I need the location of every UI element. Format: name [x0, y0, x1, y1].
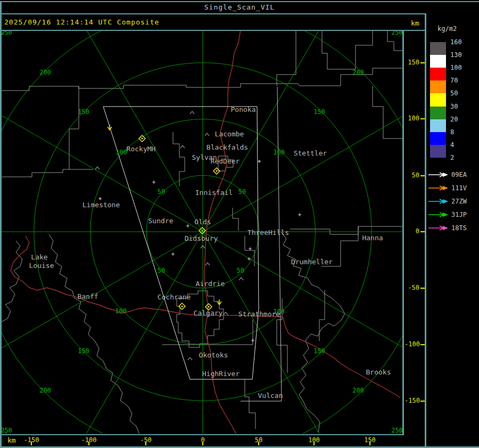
- ring-distance-label: 100: [115, 307, 127, 315]
- frame-line-titlebar-bottom: [0, 13, 426, 14]
- legend-value-label: 160: [450, 38, 462, 46]
- ring-distance-label: 200: [39, 69, 51, 76]
- right-axis-tick: [420, 401, 425, 402]
- right-axis-tick: [420, 62, 425, 63]
- boundary-line: [277, 30, 296, 86]
- city-label: Ponoka: [231, 105, 256, 113]
- radar-site-dot: [141, 137, 143, 139]
- city-label: Louise: [29, 262, 54, 270]
- summit-caret-icon: [180, 145, 185, 148]
- city-label: Didsbury: [185, 234, 218, 242]
- ring-distance-label: 50: [158, 267, 165, 274]
- legend-value-label: 2: [450, 154, 454, 161]
- ring-distance-label: 50: [237, 267, 244, 274]
- right-axis-tick-label: -50: [404, 284, 419, 291]
- bottom-axis-tick: [31, 442, 32, 445]
- frame-line-map-top: [0, 30, 425, 31]
- ring-distance-label: 150: [78, 347, 89, 355]
- radar-site-dot: [201, 230, 203, 231]
- summit-caret-icon: [205, 133, 209, 136]
- boundary-line: [319, 290, 325, 341]
- right-axis-tick-label: -150: [404, 397, 419, 404]
- legend-swatch: [430, 80, 446, 94]
- ring-distance-label: 100: [115, 149, 127, 156]
- right-axis-tick-label: 0: [404, 227, 419, 235]
- ring-distance-label: 50: [238, 188, 246, 196]
- frame-line-map-right: [402, 30, 404, 435]
- summit-caret-icon: [188, 357, 192, 360]
- frame-line-panel-divider: [425, 13, 426, 448]
- bottom-axis-tick: [313, 442, 315, 445]
- city-label: Banff: [77, 292, 98, 300]
- city-label: Lacombe: [215, 130, 244, 138]
- boundary-line: [2, 241, 22, 322]
- ring-distance-label: 150: [78, 108, 89, 116]
- ring-distance-label: 200: [352, 387, 364, 394]
- city-label: Lake: [31, 253, 47, 261]
- boundary-line: [2, 169, 93, 177]
- legend-value-label: 70: [450, 77, 458, 84]
- frame-line-left: [0, 1, 2, 448]
- legend-swatch: [430, 93, 446, 107]
- legend-swatch: [430, 42, 446, 55]
- range-ring: [0, 0, 479, 448]
- city-label: Innisfail: [195, 189, 233, 197]
- scan-timestamp: 2025/09/16 12:14:14 UTC Composite: [4, 18, 159, 26]
- summit-caret-icon: [95, 167, 100, 169]
- bottom-axis-tick: [145, 442, 146, 445]
- city-label: Drumheller: [291, 258, 333, 266]
- legend-value-label: 130: [450, 51, 462, 59]
- city-label: Cochrane: [158, 293, 191, 301]
- right-axis-tick-label: 100: [404, 115, 419, 122]
- legend-value-label: 4: [450, 141, 454, 149]
- summit-caret-icon: [224, 312, 228, 315]
- legend-value-label: 20: [450, 116, 458, 123]
- legend-swatch: [430, 68, 446, 81]
- radar-map-canvas[interactable]: 5050505010010010010015015015015020020020…: [0, 0, 479, 448]
- right-axis-tick-label: -100: [404, 340, 419, 348]
- legend-value-label: 30: [450, 103, 458, 110]
- boundary-line: [373, 86, 402, 139]
- city-label: Okotoks: [199, 351, 228, 359]
- legend-unit-label: kg/m2: [437, 25, 457, 32]
- station-arrow-icon: [428, 185, 448, 191]
- city-label: HighRiver: [202, 370, 240, 378]
- city-label: Blackfalds: [207, 143, 248, 151]
- town-plus-icon: [186, 224, 189, 227]
- window-title: Single_Scan_VIL: [0, 3, 479, 11]
- station-arrow-icon: [428, 225, 448, 231]
- city-label: Hanna: [362, 234, 383, 242]
- station-id-label: 18TS: [451, 224, 467, 232]
- legend-swatch: [430, 132, 446, 145]
- frame-line-top: [0, 1, 479, 2]
- radial-line: [0, 232, 203, 418]
- station-arrow-icon: [428, 211, 448, 218]
- legend-swatch: [430, 107, 446, 120]
- summit-caret-icon: [239, 278, 243, 280]
- city-label: Strathmore: [238, 310, 280, 318]
- bottom-axis-unit-label: km: [7, 436, 16, 444]
- ring-distance-label: 200: [39, 387, 51, 394]
- bottom-axis-tick: [369, 442, 370, 445]
- boundary-line: [233, 208, 238, 231]
- city-label: Brooks: [366, 368, 391, 376]
- station-id-label: 111V: [451, 184, 467, 192]
- ring-distance-label: 50: [158, 188, 165, 196]
- asterisk-icon: *: [257, 159, 261, 166]
- legend-swatch: [430, 55, 446, 68]
- ring-distance-label: 150: [313, 108, 325, 116]
- station-arrow-icon: [428, 198, 448, 205]
- radar-app-window: 5050505010010010010015015015015020020020…: [0, 0, 479, 448]
- town-plus-icon: [251, 339, 254, 342]
- right-axis-tick: [420, 288, 425, 289]
- right-axis-tick: [420, 118, 425, 119]
- legend-value-label: 50: [450, 89, 458, 97]
- city-label: ThreeHills: [247, 229, 289, 237]
- town-plus-icon: [298, 213, 301, 216]
- ring-distance-label: 150: [313, 347, 325, 355]
- summit-caret-icon: [190, 111, 194, 114]
- legend-swatch: [430, 119, 446, 133]
- station-id-label: 09EA: [451, 171, 467, 178]
- frame-line-map-bottom: [0, 434, 404, 435]
- boundary-line: [173, 132, 185, 186]
